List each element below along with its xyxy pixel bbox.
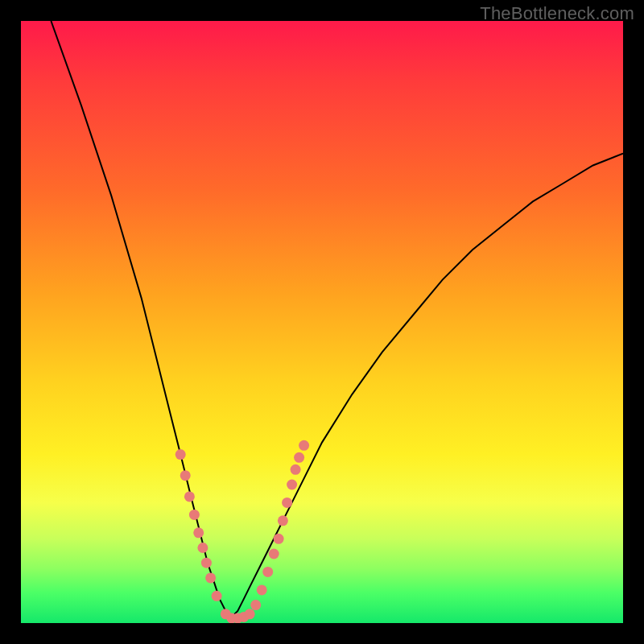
curve-right-branch: [232, 154, 623, 617]
data-dot: [287, 480, 297, 490]
data-dot: [184, 491, 195, 502]
data-dot: [291, 464, 301, 475]
data-dot: [175, 449, 186, 460]
chart-svg: [21, 21, 623, 623]
data-dot: [294, 452, 304, 463]
scatter-dots: [175, 440, 309, 623]
data-dot: [189, 510, 200, 520]
data-dot: [201, 558, 212, 568]
curve-left-branch: [51, 21, 231, 617]
data-dot: [257, 584, 267, 595]
data-dot: [212, 591, 222, 601]
data-dot: [274, 534, 284, 544]
data-dot: [197, 543, 208, 553]
data-dot: [205, 572, 216, 583]
data-dot: [269, 549, 279, 559]
data-dot: [250, 600, 261, 610]
chart-frame: TheBottleneck.com: [0, 0, 644, 644]
data-dot: [262, 567, 273, 577]
data-dot: [180, 470, 191, 481]
data-dot: [278, 515, 288, 526]
data-dot: [193, 527, 204, 538]
data-dot: [299, 440, 309, 451]
plot-area: [21, 21, 623, 623]
data-dot: [282, 497, 292, 508]
data-dot: [245, 609, 255, 619]
